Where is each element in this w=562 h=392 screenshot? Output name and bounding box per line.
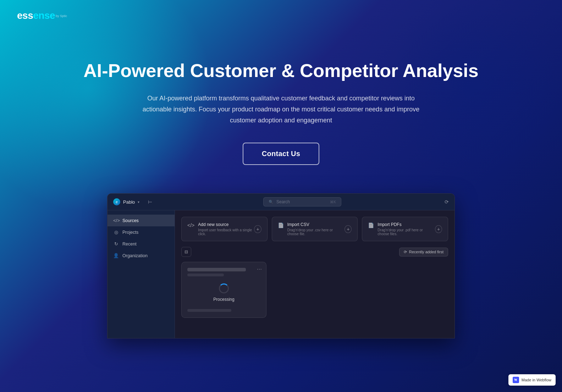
sidebar-label-organization: Organization xyxy=(122,253,148,258)
import-pdf-desc: Drag'n'drop your .pdf here or choose fil… xyxy=(378,228,435,236)
window-titlebar: e Pablo ▾ ⊢ 🔍 Search ⌘K ⟳ xyxy=(108,194,454,210)
add-source-info: Add new source Import user feedback with… xyxy=(198,222,254,236)
processing-card: ⋯ Processing xyxy=(181,262,266,318)
hero-title: AI-Powered Customer & Competitor Analysi… xyxy=(71,60,491,82)
add-source-desc: Import user feedback with a single click… xyxy=(198,228,254,236)
card-header-blur xyxy=(187,268,246,271)
webflow-logo-icon xyxy=(513,377,519,383)
spinner-container: Processing xyxy=(187,276,260,308)
user-name: Pablo xyxy=(123,199,135,205)
search-placeholder: Search xyxy=(276,199,290,204)
sort-label: Recently added first xyxy=(409,250,443,254)
import-csv-title: Import CSV xyxy=(287,222,345,227)
webflow-badge[interactable]: Made in Webflow xyxy=(508,374,556,386)
main-content: </> Add new source Import user feedback … xyxy=(175,210,454,338)
history-icon[interactable]: ⟳ xyxy=(445,199,449,205)
source-cards-row: </> Add new source Import user feedback … xyxy=(181,217,448,241)
sidebar-item-projects[interactable]: ◎ Projects xyxy=(108,226,175,238)
import-csv-button[interactable]: + xyxy=(345,225,352,233)
hero-description: Our AI-powered platform transforms quali… xyxy=(136,93,426,126)
code-source-icon: </> xyxy=(187,222,194,228)
import-csv-desc: Drag'n'drop your .csv here or choose fil… xyxy=(287,228,345,236)
card-footer-blur xyxy=(187,309,231,312)
titlebar-right: ⟳ xyxy=(420,199,449,205)
chevron-down-icon: ▾ xyxy=(138,200,139,204)
app-window: e Pablo ▾ ⊢ 🔍 Search ⌘K ⟳ </> xyxy=(107,193,455,338)
contact-us-button[interactable]: Contact Us xyxy=(243,143,320,165)
sidebar-label-sources: Sources xyxy=(122,218,139,223)
recent-icon: ↻ xyxy=(113,241,119,247)
logo-text: essense xyxy=(17,10,55,21)
processing-cards-area: ⋯ Processing xyxy=(181,262,448,318)
sidebar-label-projects: Projects xyxy=(122,230,138,235)
header: essense by Sptic xyxy=(0,0,562,31)
sidebar-label-recent: Recent xyxy=(122,242,137,247)
hero-section: AI-Powered Customer & Competitor Analysi… xyxy=(0,31,562,186)
code-icon: </> xyxy=(113,218,119,223)
import-pdf-button[interactable]: + xyxy=(435,225,442,233)
titlebar-left: e Pablo ▾ ⊢ xyxy=(113,198,184,205)
webflow-label: Made in Webflow xyxy=(522,378,551,382)
sidebar: </> Sources ◎ Projects ↻ Recent 👤 Organi… xyxy=(108,210,175,338)
window-body: </> Sources ◎ Projects ↻ Recent 👤 Organi… xyxy=(108,210,454,338)
expand-icon[interactable]: ⊢ xyxy=(148,199,152,205)
sidebar-item-sources[interactable]: </> Sources xyxy=(108,215,175,226)
loading-spinner xyxy=(219,283,229,293)
titlebar-center: 🔍 Search ⌘K xyxy=(188,197,416,206)
sort-button[interactable]: ⟳ Recently added first xyxy=(399,248,448,256)
app-screenshot: e Pablo ▾ ⊢ 🔍 Search ⌘K ⟳ </> xyxy=(107,193,455,338)
sidebar-item-recent[interactable]: ↻ Recent xyxy=(108,238,175,250)
import-pdf-card-left: 📄 Import PDFs Drag'n'drop your .pdf here… xyxy=(368,222,435,236)
add-source-button[interactable]: + xyxy=(254,225,261,233)
import-csv-info: Import CSV Drag'n'drop your .csv here or… xyxy=(287,222,345,236)
pdf-icon: 📄 xyxy=(368,222,374,228)
projects-icon: ◎ xyxy=(113,230,119,235)
add-source-card[interactable]: </> Add new source Import user feedback … xyxy=(181,217,268,241)
import-pdf-card[interactable]: 📄 Import PDFs Drag'n'drop your .pdf here… xyxy=(362,217,448,241)
org-icon: 👤 xyxy=(113,253,119,258)
filter-row: ⊟ ⟳ Recently added first xyxy=(181,247,448,257)
import-csv-card-left: 📄 Import CSV Drag'n'drop your .csv here … xyxy=(278,222,345,236)
card-menu-dots[interactable]: ⋯ xyxy=(257,266,262,272)
filter-icon: ⊟ xyxy=(184,249,188,254)
import-pdf-info: Import PDFs Drag'n'drop your .pdf here o… xyxy=(378,222,435,236)
search-icon: 🔍 xyxy=(269,200,274,204)
add-source-card-left: </> Add new source Import user feedback … xyxy=(187,222,254,236)
logo-sub: by Sptic xyxy=(56,14,67,18)
add-source-title: Add new source xyxy=(198,222,254,227)
sidebar-item-organization[interactable]: 👤 Organization xyxy=(108,250,175,261)
search-bar[interactable]: 🔍 Search ⌘K xyxy=(263,197,341,206)
app-icon: e xyxy=(113,198,120,205)
processing-label: Processing xyxy=(213,297,234,302)
logo: essense by Sptic xyxy=(17,10,545,21)
import-pdf-title: Import PDFs xyxy=(378,222,435,227)
filter-button[interactable]: ⊟ xyxy=(181,247,191,257)
search-shortcut: ⌘K xyxy=(330,200,336,204)
card-subheader-blur xyxy=(187,274,224,276)
csv-icon: 📄 xyxy=(278,222,284,228)
import-csv-card[interactable]: 📄 Import CSV Drag'n'drop your .csv here … xyxy=(272,217,358,241)
clock-icon: ⟳ xyxy=(404,250,407,254)
